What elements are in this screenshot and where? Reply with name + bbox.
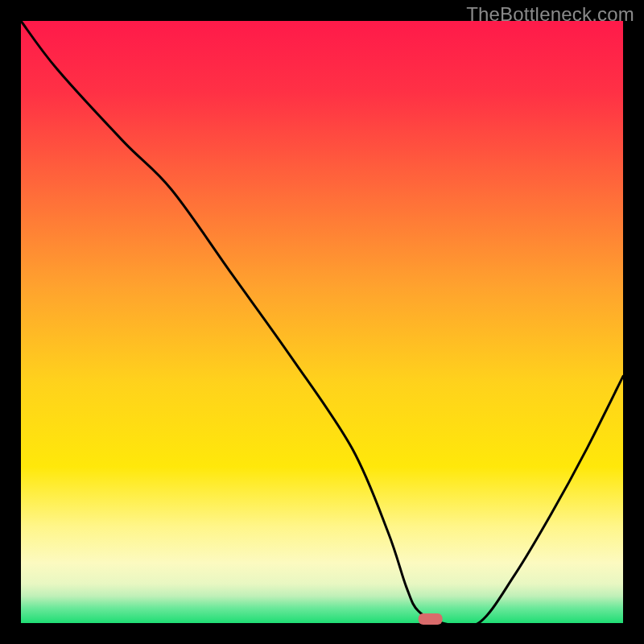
optimal-marker <box>419 613 443 625</box>
plot-background <box>21 21 623 623</box>
chart-svg <box>0 0 644 644</box>
chart-container: TheBottleneck.com <box>0 0 644 644</box>
watermark-label: TheBottleneck.com <box>466 3 634 26</box>
